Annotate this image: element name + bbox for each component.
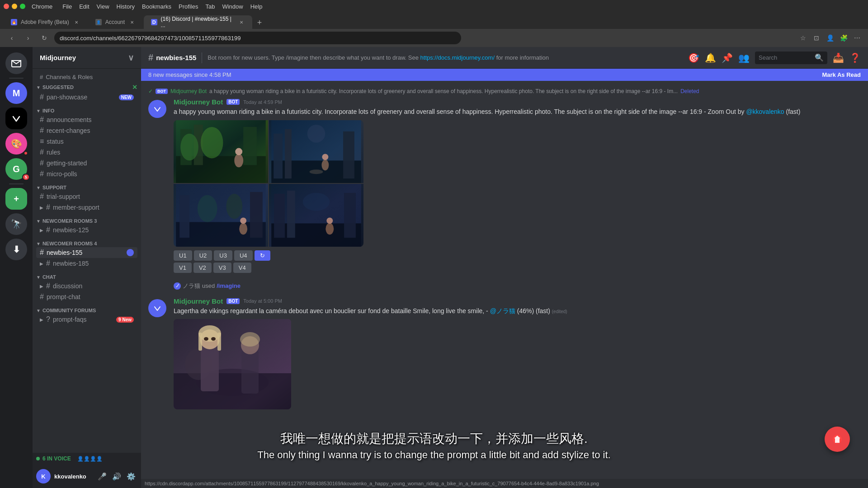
- menu-edit[interactable]: Edit: [79, 3, 89, 10]
- new-messages-text: 8 new messages since 4:58 PM: [148, 71, 231, 78]
- new-tab-button[interactable]: +: [253, 16, 266, 29]
- settings-icon[interactable]: ⚙️: [125, 470, 137, 483]
- mark-read-button[interactable]: Mark As Read: [822, 71, 861, 78]
- notifications-icon[interactable]: 🔔: [705, 52, 716, 63]
- search-input[interactable]: [759, 54, 812, 61]
- channel-announcements[interactable]: # announcements: [36, 114, 137, 125]
- section-header-info[interactable]: ▼ INFO: [33, 106, 141, 114]
- image-cell-2[interactable]: [269, 120, 363, 183]
- channels-roles-link[interactable]: # Channels & Roles: [36, 72, 137, 82]
- image-cell-1[interactable]: [174, 120, 268, 183]
- help-icon[interactable]: ❓: [849, 52, 861, 63]
- tab-close-account[interactable]: ✕: [128, 19, 136, 26]
- image-grid-1[interactable]: [174, 120, 363, 247]
- hash-icon-ann: #: [40, 116, 44, 124]
- u2-button[interactable]: U2: [194, 250, 212, 261]
- tab-favicon-firefly: 🔥: [11, 19, 17, 25]
- download-icon[interactable]: ⬇: [5, 239, 27, 260]
- inbox-icon[interactable]: 📥: [833, 52, 844, 63]
- profile-icon[interactable]: 👤: [825, 33, 835, 43]
- channel-prompt-chat[interactable]: # prompt-chat: [36, 291, 137, 302]
- menu-bookmarks[interactable]: Bookmarks: [142, 3, 171, 10]
- u3-button[interactable]: U3: [214, 250, 232, 261]
- image-cell-3[interactable]: [174, 184, 268, 247]
- section-header-support[interactable]: ▼ SUPPORT: [33, 183, 141, 191]
- tab-discord[interactable]: D (16) Discord | #newbies-155 | ... ✕: [144, 15, 252, 29]
- back-button[interactable]: ‹: [5, 32, 18, 44]
- close-dot[interactable]: [4, 4, 9, 9]
- channel-recent-changes[interactable]: # recent-changes: [36, 125, 137, 136]
- menu-view[interactable]: View: [97, 3, 109, 10]
- channel-member-support[interactable]: ▶ # member-support: [36, 202, 137, 213]
- add-server-icon[interactable]: +: [5, 188, 27, 210]
- channel-newbies-125[interactable]: ▶ # newbies-125: [36, 225, 137, 235]
- server-header[interactable]: Midjourney ∨: [33, 47, 141, 69]
- server-icon-midjourney[interactable]: [5, 108, 27, 129]
- channel-micro-polls[interactable]: # micro-polls: [36, 169, 137, 179]
- more-icon[interactable]: ⋯: [852, 33, 863, 43]
- viking-image[interactable]: [174, 319, 291, 409]
- channel-getting-started[interactable]: # getting-started: [36, 158, 137, 169]
- menu-help[interactable]: Help: [250, 3, 263, 10]
- server-2-wrapper: [5, 108, 27, 129]
- menu-tab[interactable]: Tab: [205, 3, 215, 10]
- channel-newbies-185[interactable]: ▶ # newbies-185: [36, 258, 137, 269]
- v4-button[interactable]: V4: [233, 263, 251, 273]
- tab-favicon-discord: D: [151, 19, 157, 25]
- menu-file[interactable]: File: [62, 3, 72, 10]
- tab-close-discord[interactable]: ✕: [238, 19, 245, 26]
- image-cell-4[interactable]: [269, 184, 363, 247]
- channel-discussion[interactable]: ▶ # discussion: [36, 281, 137, 291]
- expand-icon-pf: ▶: [40, 317, 43, 322]
- menu-history[interactable]: History: [117, 3, 135, 10]
- mute-icon[interactable]: 🎤: [96, 470, 108, 483]
- forward-button[interactable]: ›: [22, 32, 34, 44]
- channel-rules[interactable]: # rules: [36, 147, 137, 158]
- discover-icon[interactable]: 🔭: [5, 213, 27, 235]
- message-header-1: Midjourney Bot BOT Today at 4:59 PM: [174, 98, 861, 106]
- menu-window[interactable]: Window: [222, 3, 243, 10]
- u1-button[interactable]: U1: [174, 250, 192, 261]
- section-header-community[interactable]: ▼ COMMUNITY FORUMS: [33, 306, 141, 314]
- url-bar[interactable]: discord.com/channels/662267979684297473/…: [54, 32, 461, 44]
- deafen-icon[interactable]: 🔊: [110, 470, 123, 483]
- section-header-chat[interactable]: ▼ CHAT: [33, 272, 141, 281]
- tab-close-firefly[interactable]: ✕: [73, 19, 80, 26]
- channel-prompt-faqs[interactable]: ▶ ? prompt-faqs 9 New: [36, 314, 137, 325]
- maximize-dot[interactable]: [20, 4, 25, 9]
- menu-profiles[interactable]: Profiles: [179, 3, 198, 10]
- section-header-newcomer4[interactable]: ▼ NEWCOMER ROOMS 4: [33, 239, 141, 247]
- threads-icon[interactable]: 🎯: [688, 52, 699, 63]
- minimize-dot[interactable]: [12, 4, 17, 9]
- pin-icon[interactable]: 📌: [722, 52, 733, 63]
- extensions-icon[interactable]: 🧩: [838, 33, 849, 43]
- reload-button[interactable]: ↻: [38, 32, 51, 44]
- v1-button[interactable]: V1: [174, 263, 192, 273]
- refresh-button[interactable]: ↻: [255, 250, 270, 261]
- section-chat: ▼ CHAT ▶ # discussion # prompt-chat: [33, 272, 141, 302]
- fab-notification-button[interactable]: [825, 427, 850, 452]
- close-suggested[interactable]: ✕: [132, 84, 137, 91]
- dm-icon[interactable]: [5, 52, 27, 74]
- channel-trial-support[interactable]: # trial-support: [36, 191, 137, 202]
- svg-point-47: [211, 337, 216, 341]
- hash-icon-pc: #: [40, 293, 44, 301]
- tab-search-icon[interactable]: ⊡: [811, 33, 822, 43]
- channel-status[interactable]: ≡ status: [36, 136, 137, 147]
- message-author-1: Midjourney Bot: [174, 98, 223, 106]
- v3-button[interactable]: V3: [213, 263, 231, 273]
- section-header-newcomer3[interactable]: ▼ NEWCOMER ROOMS 3: [33, 216, 141, 225]
- channel-newbies-155[interactable]: # newbies-155: [36, 247, 137, 258]
- server-icon-1[interactable]: M: [5, 82, 27, 104]
- tab-adobe-firefly[interactable]: 🔥 Adobe Firefly (Beta) ✕: [4, 15, 87, 29]
- tab-account[interactable]: 👤 Account ✕: [88, 15, 143, 29]
- channel-desc-link[interactable]: https://docs.midjourney.com/: [420, 54, 495, 61]
- channel-pan-showcase[interactable]: # pan-showcase NEW: [36, 92, 137, 103]
- deleted-text[interactable]: Deleted: [680, 88, 699, 94]
- v2-button[interactable]: V2: [193, 263, 212, 273]
- u4-button[interactable]: U4: [234, 250, 253, 261]
- bookmark-icon[interactable]: ☆: [797, 33, 808, 43]
- members-icon[interactable]: 👥: [738, 52, 750, 63]
- search-box[interactable]: 🔍: [755, 52, 827, 64]
- section-header-suggested[interactable]: ▼ SUGGESTED ✕: [33, 82, 141, 92]
